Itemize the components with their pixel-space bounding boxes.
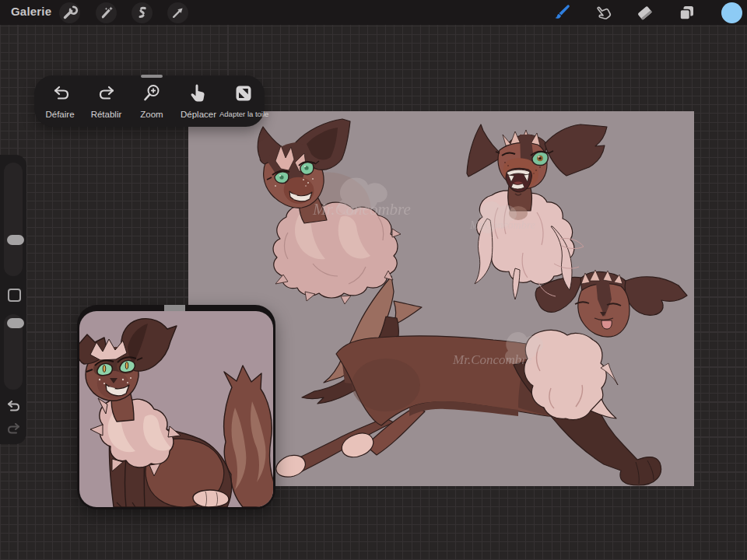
svg-text:Mr.Concombre: Mr.Concombre (452, 352, 532, 367)
svg-text:Mr.Concombre: Mr.Concombre (312, 200, 411, 219)
svg-text:Mr.Concombre: Mr.Concombre (469, 219, 535, 231)
